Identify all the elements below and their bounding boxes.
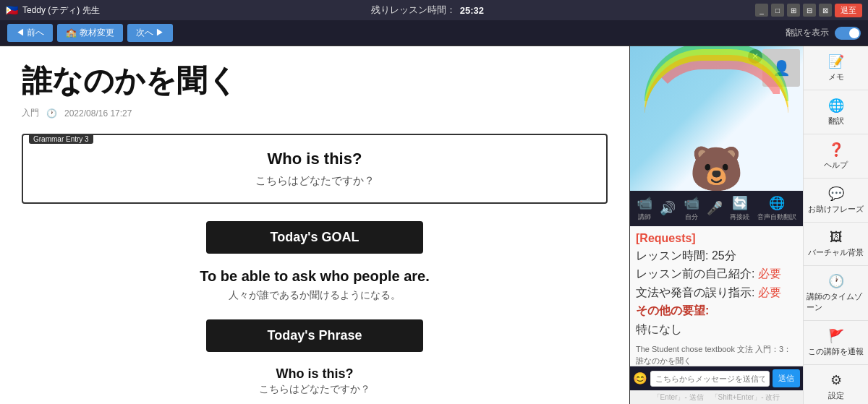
window-btn-4[interactable]: ⊟: [803, 4, 816, 17]
translate-sidebar-icon: 🌐: [828, 98, 844, 113]
help-icon: ❓: [828, 142, 844, 158]
cam-icon: 📹: [637, 195, 652, 211]
phrase-item-1: Who is this? こちらはどなたですか？: [22, 366, 608, 396]
clock-icon: 🕐: [46, 108, 57, 119]
controls-row: 📹 講師 🔊 📹 自分 🎤 🔄 再接続: [633, 195, 800, 222]
help-label: ヘルプ: [824, 160, 848, 171]
grammar-english: Who is this?: [38, 150, 592, 168]
title-bar-right: _ □ ⊞ ⊟ ⊠ 退至: [755, 4, 862, 17]
mic-btn[interactable]: 🎤: [707, 200, 723, 218]
reconnect-btn[interactable]: 🔄 再接続: [730, 195, 749, 222]
video-panel: ✕ 👤 🐻 📹 講師 🔊 📹 自分: [629, 46, 803, 404]
title-bar-center: 残りレッスン時間： 25:32: [371, 4, 484, 17]
report-icon: 🚩: [828, 328, 844, 344]
content-date: 2022/08/16 17:27: [64, 108, 132, 119]
page-title: 誰なのかを聞く: [22, 61, 608, 101]
sidebar-item-phrase[interactable]: 💬 お助けフレーズ: [804, 179, 868, 223]
chat-line-3: 文法や発音の誤り指示: 必要: [636, 285, 797, 301]
auto-translate-label: 音声自動翻訳: [757, 212, 796, 222]
video-container: ✕ 👤 🐻: [630, 46, 803, 191]
sidebar-item-translate[interactable]: 🌐 翻訳: [804, 90, 868, 134]
phrase-icon: 💬: [828, 186, 844, 202]
settings-icon: ⚙: [830, 372, 842, 388]
content-level: 入門: [22, 107, 39, 119]
chat-shortcut: 「Enter」- 送信 「Shift+Enter」- 改行: [630, 390, 803, 404]
timezone-icon: 🕐: [828, 273, 844, 289]
phrase-button[interactable]: Today's Phrase: [206, 319, 423, 352]
window-btn-5[interactable]: ⊠: [819, 4, 832, 17]
material-button[interactable]: 🏫 教材変更: [57, 24, 122, 42]
video-close-button[interactable]: ✕: [748, 49, 762, 64]
teacher-name: Teddy (テディ) 先生: [22, 4, 100, 17]
sidebar-item-timezone[interactable]: 🕐 講師のタイムゾーン: [804, 266, 868, 321]
prev-button[interactable]: ◀ 前へ: [7, 24, 53, 42]
required-2: 必要: [758, 286, 781, 298]
phrase-sidebar-label: お助けフレーズ: [808, 204, 864, 215]
translate-icon: 🌐: [769, 195, 785, 211]
exit-button[interactable]: 退至: [835, 4, 862, 17]
chat-input-row: 😊 送信: [630, 366, 803, 390]
next-button[interactable]: 次へ ▶: [127, 24, 173, 42]
main-area: 誰なのかを聞く 入門 🕐 2022/08/16 17:27 Grammar En…: [0, 46, 868, 404]
timer-display: 25:32: [460, 5, 484, 16]
content-area: 誰なのかを聞く 入門 🕐 2022/08/16 17:27 Grammar En…: [0, 46, 629, 404]
report-label: この講師を通報: [808, 346, 864, 357]
memo-label: メモ: [828, 72, 844, 82]
timer-label: 残りレッスン時間：: [371, 4, 456, 17]
toolbar-right: 翻訳を表示: [786, 27, 861, 40]
flag-icon: 🇵🇭: [6, 4, 18, 16]
send-button[interactable]: 送信: [773, 369, 800, 387]
memo-icon: 📝: [828, 53, 844, 69]
timezone-label: 講師のタイムゾーン: [807, 291, 865, 313]
background-icon: 🖼: [830, 230, 843, 245]
translate-label: 翻訳を表示: [786, 27, 829, 39]
other-request-label: その他の要望:: [636, 304, 709, 317]
grammar-box: Grammar Entry 3 Who is this? こちらはどなたですか？: [22, 134, 608, 204]
speaker-icon: 🔊: [660, 200, 676, 216]
phrase-1-ja: こちらはどなたですか？: [22, 383, 608, 396]
bear-icon: 🐻: [689, 147, 744, 191]
background-label: バーチャル背景: [808, 247, 864, 258]
goal-button[interactable]: Today's GOAL: [206, 221, 423, 254]
goal-text-ja: 人々が誰であるか聞けるようになる。: [22, 289, 608, 302]
window-btn-2[interactable]: □: [771, 4, 784, 17]
reconnect-label: 再接続: [730, 212, 749, 222]
settings-label: 設定: [828, 390, 844, 401]
chat-line-5: 特になし: [636, 322, 797, 338]
mic-icon: 🎤: [707, 200, 723, 216]
chat-input[interactable]: [650, 371, 770, 387]
grammar-label: Grammar Entry 3: [29, 134, 93, 144]
title-bar: 🇵🇭 Teddy (テディ) 先生 残りレッスン時間： 25:32 _ □ ⊞ …: [0, 0, 868, 20]
chat-messages: [Requests] レッスン時間: 25分 レッスン前の自己紹介: 必要 文法…: [630, 226, 803, 366]
chat-requests-label: [Requests]: [636, 232, 797, 245]
toolbar: ◀ 前へ 🏫 教材変更 次へ ▶ 翻訳を表示: [0, 20, 868, 46]
right-sidebar: 📝 メモ 🌐 翻訳 ❓ ヘルプ 💬 お助けフレーズ 🖼 バーチャル背景 🕐 講師…: [803, 46, 868, 404]
chat-line-2: レッスン前の自己紹介: 必要: [636, 266, 797, 282]
emoji-button[interactable]: 😊: [633, 371, 647, 385]
audio-btn[interactable]: 🔊: [660, 200, 676, 218]
sidebar-item-settings[interactable]: ⚙ 設定: [804, 365, 868, 404]
sidebar-item-report[interactable]: 🚩 この講師を通報: [804, 321, 868, 365]
toolbar-left: ◀ 前へ 🏫 教材変更 次へ ▶: [7, 24, 173, 42]
video-cam-btn[interactable]: 📹 講師: [637, 195, 652, 222]
sidebar-item-memo[interactable]: 📝 メモ: [804, 46, 868, 90]
self-cam-icon: 📹: [684, 195, 699, 211]
chat-line-4: その他の要望:: [636, 303, 797, 319]
required-1: 必要: [758, 267, 781, 280]
title-bar-left: 🇵🇭 Teddy (テディ) 先生: [6, 4, 100, 17]
sidebar-item-help[interactable]: ❓ ヘルプ: [804, 134, 868, 179]
self-cam-btn[interactable]: 📹 自分: [684, 195, 699, 222]
self-label: 自分: [685, 212, 698, 222]
window-btn-3[interactable]: ⊞: [787, 4, 800, 17]
window-btn-1[interactable]: _: [755, 4, 768, 17]
video-controls: 📹 講師 🔊 📹 自分 🎤 🔄 再接続: [630, 191, 803, 226]
content-meta: 入門 🕐 2022/08/16 17:27: [22, 107, 608, 119]
sidebar-item-background[interactable]: 🖼 バーチャル背景: [804, 223, 868, 266]
bear-container: 🐻: [673, 75, 760, 191]
phrase-1-en: Who is this?: [22, 366, 608, 382]
refresh-icon: 🔄: [732, 195, 748, 211]
translate-toggle[interactable]: [835, 27, 861, 40]
chat-system-msg: The Student chose textbook 文法 入門：3：誰なのかを…: [636, 343, 797, 366]
chat-line-1: レッスン時間: 25分: [636, 248, 797, 264]
auto-translate-btn[interactable]: 🌐 音声自動翻訳: [757, 195, 796, 222]
